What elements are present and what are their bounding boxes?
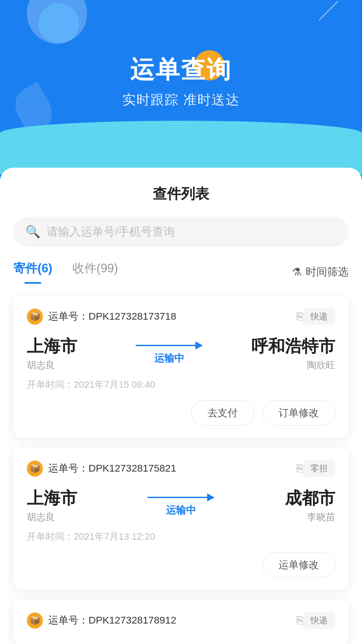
search-input-placeholder[interactable]: 请输入运单号/手机号查询 (47, 224, 175, 239)
card-header-2: 📦 运单号：DPK127328175821 ⎘ 零担 (27, 460, 335, 477)
service-tag-3: 快递 (303, 612, 335, 629)
tab-sent[interactable]: 寄件(6) (13, 260, 52, 283)
shipment-icon-3: 📦 (27, 612, 43, 629)
shipment-card-1: 📦 运单号：DPK127328173718 ⎘ 快递 上海市 胡志良 运输中 呼… (13, 296, 349, 438)
shipment-card-2: 📦 运单号：DPK127328175821 ⎘ 零担 上海市 胡志良 运输中 成… (13, 448, 349, 590)
from-city-2: 上海市 胡志良 (27, 487, 87, 524)
pay-button-1[interactable]: 去支付 (191, 400, 254, 426)
main-content-card: 查件列表 🔍 请输入运单号/手机号查询 寄件(6) 收件(99) ⚗ 时间筛选 … (0, 168, 362, 644)
time-filter[interactable]: ⚗ 时间筛选 (292, 265, 349, 279)
arrow-line-2 (147, 497, 207, 498)
card-actions-1: 去支付 订单修改 (27, 400, 335, 426)
service-tag-1: 快递 (303, 308, 335, 325)
copy-icon-2[interactable]: ⎘ (297, 462, 303, 475)
create-time-2: 开单时间：2021年7月13 12:20 (27, 530, 335, 543)
from-city-1: 上海市 胡志良 (27, 335, 87, 372)
shipment-icon-2: 📦 (27, 461, 43, 477)
copy-icon-3[interactable]: ⎘ (297, 614, 303, 627)
modify-order-button-1[interactable]: 订单修改 (262, 400, 335, 426)
modify-waybill-button-2[interactable]: 运单修改 (262, 552, 335, 578)
hero-decor-curve (0, 121, 362, 174)
route-middle-2: 运输中 (87, 493, 275, 517)
route-middle-1: 运输中 (87, 341, 251, 365)
waybill-label-3: 运单号：DPK127328178912 (48, 613, 293, 627)
filter-icon: ⚗ (292, 266, 302, 278)
hero-title: 运单查询 (0, 54, 362, 86)
card-actions-2: 运单修改 (27, 552, 335, 578)
route-2: 上海市 胡志良 运输中 成都市 李晓苗 (27, 487, 335, 524)
shipment-icon-1: 📦 (27, 309, 43, 325)
copy-icon-1[interactable]: ⎘ (297, 310, 303, 323)
service-tag-2: 零担 (303, 460, 335, 477)
waybill-label-1: 运单号：DPK127328173718 (48, 310, 293, 323)
hero-subtitle: 实时跟踪 准时送达 (0, 91, 362, 109)
search-icon: 🔍 (25, 226, 41, 238)
search-bar[interactable]: 🔍 请输入运单号/手机号查询 (13, 217, 349, 247)
tab-received[interactable]: 收件(99) (72, 260, 118, 283)
shipment-card-3: 📦 运单号：DPK127328178912 ⎘ 快递 (13, 600, 349, 644)
arrow-head-2 (207, 493, 215, 501)
hero-section: 运单查询 实时跟踪 准时送达 (0, 0, 362, 174)
hero-decor-circle-tl-inner (39, 3, 79, 44)
tabs-bar: 寄件(6) 收件(99) ⚗ 时间筛选 (13, 260, 349, 284)
create-time-1: 开单时间：2021年7月15 08:40 (27, 378, 335, 391)
route-1: 上海市 胡志良 运输中 呼和浩特市 陶欣旺 (27, 335, 335, 372)
to-city-1: 呼和浩特市 陶欣旺 (251, 335, 335, 372)
arrow-line-1 (136, 345, 195, 346)
route-status-2: 运输中 (166, 503, 196, 517)
card-header-1: 📦 运单号：DPK127328173718 ⎘ 快递 (27, 308, 335, 325)
hero-decor-line-tr (318, 1, 338, 20)
route-status-1: 运输中 (154, 352, 184, 365)
route-arrow-2 (147, 493, 215, 501)
filter-label: 时间筛选 (306, 265, 349, 279)
card-header-3: 📦 运单号：DPK127328178912 ⎘ 快递 (27, 612, 335, 629)
route-arrow-1 (136, 341, 203, 350)
arrow-head-1 (195, 341, 203, 350)
list-title: 查件列表 (13, 184, 349, 203)
waybill-label-2: 运单号：DPK127328175821 (48, 462, 293, 475)
to-city-2: 成都市 李晓苗 (275, 487, 335, 524)
